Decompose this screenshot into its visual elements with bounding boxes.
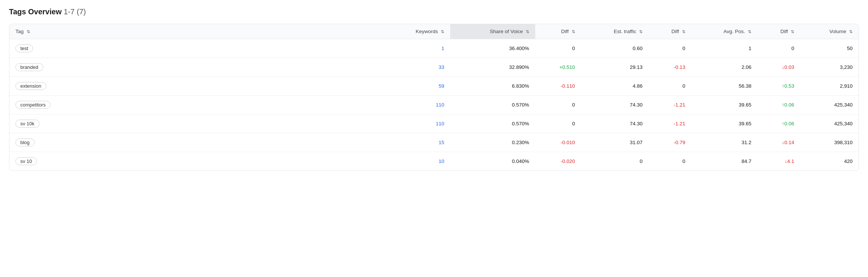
tag-pill[interactable]: competitors	[15, 101, 50, 109]
cell-keywords[interactable]: 15	[383, 133, 451, 152]
cell-volume: 3,230	[800, 58, 859, 77]
sort-icon-avg-pos: ⇅	[748, 29, 751, 34]
cell-diff1: +0.510	[535, 58, 581, 77]
col-header-sov[interactable]: Share of Voice ⇅	[450, 24, 535, 39]
cell-diff1: 0	[535, 96, 581, 114]
cell-diff1: -0.110	[535, 77, 581, 96]
sort-icon-tag: ⇅	[27, 29, 30, 34]
cell-avg-pos: 84.7	[691, 152, 758, 171]
sort-icon-diff2: ⇅	[682, 29, 685, 34]
col-label-sov: Share of Voice	[490, 29, 523, 34]
cell-sov: 36.400%	[450, 39, 535, 58]
col-label-diff2: Diff	[672, 29, 679, 34]
cell-diff3: ↓0.14	[757, 133, 800, 152]
col-label-volume: Volume	[829, 29, 846, 34]
cell-avg-pos: 2.06	[691, 58, 758, 77]
cell-avg-pos: 39.65	[691, 114, 758, 133]
cell-diff2: -0.79	[649, 133, 691, 152]
col-header-diff2[interactable]: Diff ⇅	[649, 24, 691, 39]
tag-pill[interactable]: sv 10	[15, 157, 37, 165]
cell-tag: competitors	[9, 96, 383, 114]
cell-est-traffic: 74.30	[581, 96, 649, 114]
table-row: extension596.830%-0.1104.86056.38↑0.532,…	[9, 77, 859, 96]
sort-icon-diff1: ⇅	[572, 29, 575, 34]
cell-avg-pos: 31.2	[691, 133, 758, 152]
tag-pill[interactable]: sv 10k	[15, 120, 40, 128]
cell-diff3: ↑0.06	[757, 114, 800, 133]
tag-pill[interactable]: extension	[15, 82, 46, 90]
cell-diff1: -0.010	[535, 133, 581, 152]
table-header: Tag ⇅ Keywords ⇅ Share of Voice ⇅ Diff ⇅	[9, 24, 859, 39]
tag-pill[interactable]: test	[15, 44, 33, 52]
table-row: blog150.230%-0.01031.07-0.7931.2↓0.14398…	[9, 133, 859, 152]
tags-table: Tag ⇅ Keywords ⇅ Share of Voice ⇅ Diff ⇅	[9, 24, 859, 170]
sort-icon-keywords: ⇅	[441, 29, 444, 34]
tag-pill[interactable]: branded	[15, 63, 43, 71]
cell-avg-pos: 56.38	[691, 77, 758, 96]
cell-tag: sv 10k	[9, 114, 383, 133]
cell-diff2: -0.13	[649, 58, 691, 77]
cell-diff3: ↓0.03	[757, 58, 800, 77]
col-label-keywords: Keywords	[416, 29, 438, 34]
cell-est-traffic: 29.13	[581, 58, 649, 77]
cell-est-traffic: 0	[581, 152, 649, 171]
sort-icon-sov: ⇅	[526, 29, 529, 34]
cell-est-traffic: 74.30	[581, 114, 649, 133]
cell-keywords[interactable]: 33	[383, 58, 451, 77]
cell-tag: extension	[9, 77, 383, 96]
col-label-avg-pos: Avg. Pos.	[723, 29, 745, 34]
cell-est-traffic: 31.07	[581, 133, 649, 152]
cell-diff1: -0.020	[535, 152, 581, 171]
cell-diff1: 0	[535, 39, 581, 58]
cell-keywords[interactable]: 110	[383, 114, 451, 133]
cell-keywords[interactable]: 10	[383, 152, 451, 171]
cell-avg-pos: 39.65	[691, 96, 758, 114]
cell-diff3: ↑0.53	[757, 77, 800, 96]
cell-sov: 32.890%	[450, 58, 535, 77]
col-label-tag: Tag	[15, 29, 24, 34]
cell-est-traffic: 4.86	[581, 77, 649, 96]
table-body: test136.400%00.6001050branded3332.890%+0…	[9, 39, 859, 171]
cell-tag: blog	[9, 133, 383, 152]
cell-sov: 6.830%	[450, 77, 535, 96]
cell-diff2: 0	[649, 77, 691, 96]
col-header-tag[interactable]: Tag ⇅	[9, 24, 383, 39]
cell-sov: 0.230%	[450, 133, 535, 152]
cell-volume: 398,310	[800, 133, 859, 152]
col-header-est-traffic[interactable]: Est. traffic ⇅	[581, 24, 649, 39]
cell-keywords[interactable]: 59	[383, 77, 451, 96]
col-header-diff3[interactable]: Diff ⇅	[757, 24, 800, 39]
col-label-diff1: Diff	[561, 29, 569, 34]
table-row: sv 10k1100.570%074.30-1.2139.65↑0.06425,…	[9, 114, 859, 133]
col-header-keywords[interactable]: Keywords ⇅	[383, 24, 451, 39]
cell-volume: 425,340	[800, 114, 859, 133]
table-row: sv 10100.040%-0.0200084.7↓4.1420	[9, 152, 859, 171]
header-row: Tag ⇅ Keywords ⇅ Share of Voice ⇅ Diff ⇅	[9, 24, 859, 39]
cell-volume: 420	[800, 152, 859, 171]
cell-diff2: 0	[649, 152, 691, 171]
sort-icon-diff3: ⇅	[791, 29, 794, 34]
cell-avg-pos: 1	[691, 39, 758, 58]
cell-keywords[interactable]: 110	[383, 96, 451, 114]
page-container: Tags Overview 1-7 (7) Tag ⇅ Keywords ⇅ S…	[0, 0, 868, 178]
cell-sov: 0.040%	[450, 152, 535, 171]
table-row: competitors1100.570%074.30-1.2139.65↑0.0…	[9, 96, 859, 114]
sort-icon-est-traffic: ⇅	[639, 29, 643, 34]
cell-keywords[interactable]: 1	[383, 39, 451, 58]
col-header-volume[interactable]: Volume ⇅	[800, 24, 859, 39]
sort-icon-volume: ⇅	[849, 29, 853, 34]
cell-volume: 2,910	[800, 77, 859, 96]
tag-pill[interactable]: blog	[15, 138, 35, 146]
table-row: test136.400%00.6001050	[9, 39, 859, 58]
table-row: branded3332.890%+0.51029.13-0.132.06↓0.0…	[9, 58, 859, 77]
cell-diff3: ↑0.06	[757, 96, 800, 114]
col-header-diff1[interactable]: Diff ⇅	[535, 24, 581, 39]
cell-volume: 425,340	[800, 96, 859, 114]
cell-diff2: -1.21	[649, 114, 691, 133]
cell-tag: branded	[9, 58, 383, 77]
col-header-avg-pos[interactable]: Avg. Pos. ⇅	[691, 24, 758, 39]
cell-diff2: -1.21	[649, 96, 691, 114]
cell-diff3: 0	[757, 39, 800, 58]
cell-tag: sv 10	[9, 152, 383, 171]
title-main: Tags Overview	[9, 8, 62, 16]
